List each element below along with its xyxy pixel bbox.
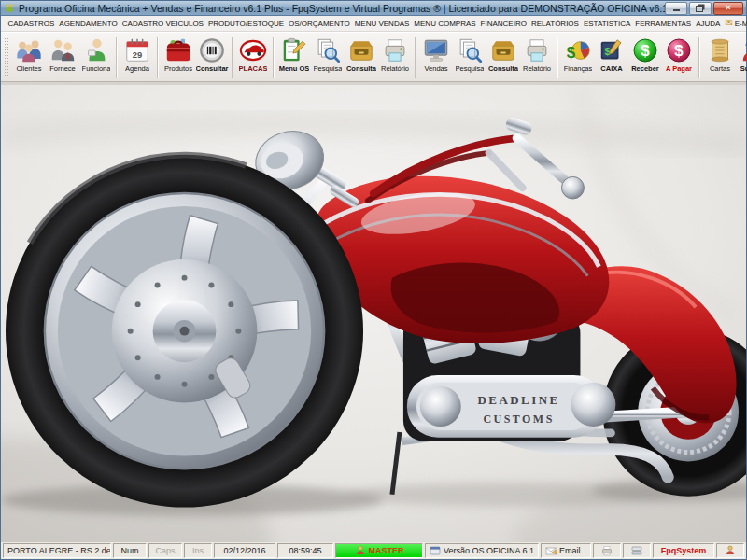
cash-book-icon xyxy=(598,36,626,64)
maximize-button[interactable] xyxy=(689,2,712,15)
toolbar-os-pesquisa[interactable]: Pesquisa xyxy=(311,35,345,74)
menu-compras[interactable]: MENU COMPRAS xyxy=(412,19,478,29)
envelope-icon: ✉ xyxy=(725,19,732,28)
user-key-icon xyxy=(355,545,366,556)
version-label: Versão OS OFICINA 6.1 xyxy=(425,543,539,558)
toolbar-separator xyxy=(273,37,275,78)
toolbar-funcionarios[interactable]: Funciona xyxy=(79,35,113,74)
menu-vendas[interactable]: MENU VENDAS xyxy=(352,19,412,29)
svg-text:CUSTOMS: CUSTOMS xyxy=(483,413,554,426)
toolbar-suporte[interactable]: Suporte xyxy=(737,35,747,74)
toolbar-agenda[interactable]: 29 Agenda xyxy=(120,35,154,74)
toolbar-separator xyxy=(415,37,416,78)
file-drawer-icon xyxy=(489,36,517,64)
svg-text:29: 29 xyxy=(133,50,142,60)
menu-cadastros[interactable]: CADASTROS xyxy=(6,19,57,29)
status-location-date: PORTO ALEGRE - RS 2 de Dezembro de 2016 … xyxy=(3,543,111,558)
toolbar-separator xyxy=(557,37,558,78)
scroll-icon xyxy=(706,36,734,64)
status-date: 02/12/2016 xyxy=(214,543,275,558)
toolbar-clientes[interactable]: Clientes xyxy=(12,35,46,74)
toolbar: Clientes Fornece Funciona 29 Agenda Prod… xyxy=(1,32,746,82)
toolbar-receber[interactable]: Receber xyxy=(628,35,662,74)
email-button[interactable]: Email xyxy=(541,543,591,558)
close-button[interactable]: × xyxy=(713,2,743,15)
user-level-badge: MASTER xyxy=(335,543,423,558)
monitor-icon xyxy=(422,36,450,64)
menu-ferramentas[interactable]: FERRAMENTAS xyxy=(633,19,694,29)
minimize-button[interactable] xyxy=(665,2,687,15)
car-icon xyxy=(239,36,267,64)
menu-produto-estoque[interactable]: PRODUTO/ESTOQUE xyxy=(205,19,286,29)
print-button[interactable] xyxy=(593,543,621,558)
menu-email[interactable]: ✉E-MAIL xyxy=(723,18,747,29)
dollar-red-icon xyxy=(665,36,693,64)
user-key-icon xyxy=(725,545,736,556)
insert-indicator: Ins xyxy=(184,543,212,558)
toolbar-gripper xyxy=(4,37,9,77)
work-order-icon xyxy=(280,36,308,64)
email-icon xyxy=(545,545,557,556)
toolbar-menu-os[interactable]: Menu OS xyxy=(277,35,311,74)
toolbox-icon xyxy=(164,36,192,64)
window-version-icon xyxy=(430,545,441,556)
toolbar-vendas-consulta[interactable]: Consulta xyxy=(486,35,520,74)
num-lock-indicator: Num xyxy=(113,543,147,558)
barcode-icon xyxy=(198,36,226,64)
menu-os-orcamento[interactable]: OS/ORÇAMENTO xyxy=(287,19,353,29)
title-bar: Programa Oficina Mecânica + Vendas e Fin… xyxy=(1,1,746,16)
menu-bar: CADASTROS AGENDAMENTO CADASTRO VEICULOS … xyxy=(1,16,746,32)
status-time: 08:59:45 xyxy=(277,543,333,558)
toolbar-vendas-pesquisa[interactable]: Pesquisa xyxy=(453,35,486,74)
suppliers-icon xyxy=(49,36,77,64)
motorcycle-photo: DEADLINE CUSTOMS xyxy=(1,85,746,542)
menu-ajuda[interactable]: AJUDA xyxy=(694,19,723,29)
app-window: Programa Oficina Mecânica + Vendas e Fin… xyxy=(0,0,747,560)
toolbar-cartas[interactable]: Cartas xyxy=(703,35,737,74)
printer-icon xyxy=(523,36,551,64)
toolbar-placas[interactable]: PLACAS xyxy=(236,35,270,74)
app-icon xyxy=(4,3,15,14)
dollar-green-icon xyxy=(631,36,659,64)
search-docs-icon xyxy=(314,36,342,64)
printer-icon xyxy=(381,36,409,64)
menu-cadastro-veiculos[interactable]: CADASTRO VEICULOS xyxy=(120,19,205,29)
toolbar-caixa[interactable]: CAIXA xyxy=(595,35,628,74)
file-drawer-icon xyxy=(347,36,375,64)
toolbar-os-consulta[interactable]: Consulta xyxy=(345,35,378,74)
toolbar-separator xyxy=(698,37,700,78)
toolbar-a-pagar[interactable]: A Pagar xyxy=(662,35,696,74)
calendar-icon: 29 xyxy=(123,36,151,64)
menu-relatorios[interactable]: RELATÓRIOS xyxy=(529,19,581,29)
menu-financeiro[interactable]: FINANCEIRO xyxy=(478,19,529,29)
menu-estatistica[interactable]: ESTATISTICA xyxy=(581,19,632,29)
session-user-panel xyxy=(716,543,744,558)
toolbar-vendas[interactable]: Vendas xyxy=(419,35,453,74)
toolbar-financas[interactable]: Finanças xyxy=(561,35,595,74)
finance-pie-icon xyxy=(564,36,592,64)
toolbar-consultar[interactable]: Consultar xyxy=(195,35,229,74)
toolbar-separator xyxy=(157,37,159,78)
people-group-icon xyxy=(15,36,43,64)
toolbar-os-relatorio[interactable]: Relatório xyxy=(378,35,412,74)
toolbar-fornecedores[interactable]: Fornece xyxy=(46,35,79,74)
search-docs-icon xyxy=(456,36,484,64)
toolbar-separator xyxy=(116,37,118,78)
printer-small-icon xyxy=(601,545,613,556)
toolbar-produtos[interactable]: Produtos xyxy=(162,35,195,74)
toolbar-vendas-relatorio[interactable]: Relatório xyxy=(520,35,554,74)
main-photo-area: DEADLINE CUSTOMS xyxy=(1,85,746,542)
window-title: Programa Oficina Mecânica + Vendas e Fin… xyxy=(19,3,665,14)
network-button[interactable] xyxy=(623,543,651,558)
employee-icon xyxy=(82,36,110,64)
toolbar-separator xyxy=(232,37,233,78)
support-agent-icon xyxy=(740,36,747,64)
network-icon xyxy=(631,545,642,556)
svg-text:DEADLINE: DEADLINE xyxy=(477,394,559,407)
status-bar: PORTO ALEGRE - RS 2 de Dezembro de 2016 … xyxy=(1,542,746,559)
menu-agendamento[interactable]: AGENDAMENTO xyxy=(57,19,120,29)
brand-label: FpqSystem xyxy=(653,543,714,558)
caps-lock-indicator: Caps xyxy=(148,543,182,558)
